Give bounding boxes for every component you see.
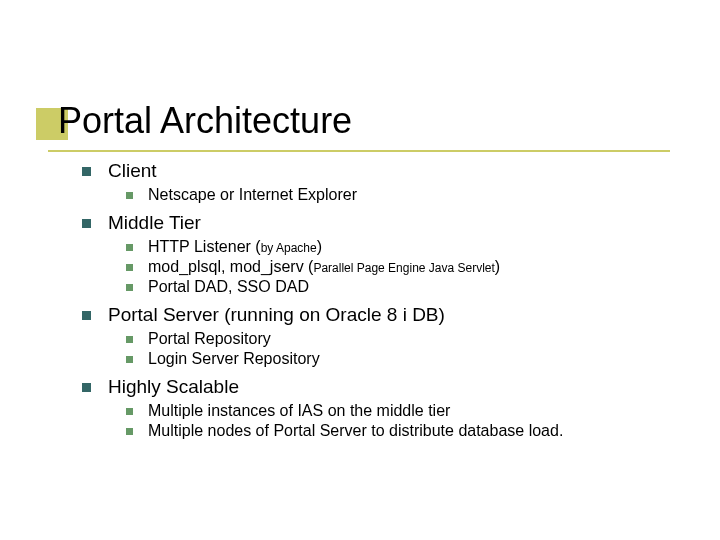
- text: ): [317, 238, 322, 255]
- subitem-portal-b: Login Server Repository: [126, 350, 670, 368]
- item-scalable-label: Highly Scalable: [108, 376, 239, 397]
- item-scalable: Highly Scalable Multiple instances of IA…: [82, 376, 670, 440]
- subitem-portal-a: Portal Repository: [126, 330, 670, 348]
- text: mod_plsql, mod_jserv (: [148, 258, 313, 275]
- text: ): [495, 258, 500, 275]
- item-portal-label: Portal Server (running on Oracle 8 i DB): [108, 304, 445, 325]
- text-small: by Apache: [261, 241, 317, 255]
- sublist-middle: HTTP Listener (by Apache) mod_plsql, mod…: [126, 238, 670, 296]
- subitem-middle-a: HTTP Listener (by Apache): [126, 238, 670, 256]
- item-client-label: Client: [108, 160, 157, 181]
- item-portal: Portal Server (running on Oracle 8 i DB)…: [82, 304, 670, 368]
- slide-title: Portal Architecture: [58, 100, 670, 142]
- sublist-portal: Portal Repository Login Server Repositor…: [126, 330, 670, 368]
- sublist-client: Netscape or Internet Explorer: [126, 186, 670, 204]
- item-middle: Middle Tier HTTP Listener (by Apache) mo…: [82, 212, 670, 296]
- text: HTTP Listener (: [148, 238, 261, 255]
- subitem-middle-c: Portal DAD, SSO DAD: [126, 278, 670, 296]
- subitem-middle-b: mod_plsql, mod_jserv (Parallel Page Engi…: [126, 258, 670, 276]
- subitem-client-a: Netscape or Internet Explorer: [126, 186, 670, 204]
- text-small: Parallel Page Engine Java Servlet: [313, 261, 494, 275]
- item-middle-label: Middle Tier: [108, 212, 201, 233]
- subitem-scalable-a: Multiple instances of IAS on the middle …: [126, 402, 670, 420]
- bullet-list: Client Netscape or Internet Explorer Mid…: [82, 160, 670, 440]
- item-client: Client Netscape or Internet Explorer: [82, 160, 670, 204]
- subitem-scalable-b: Multiple nodes of Portal Server to distr…: [126, 422, 670, 440]
- slide: Portal Architecture Client Netscape or I…: [0, 0, 720, 440]
- sublist-scalable: Multiple instances of IAS on the middle …: [126, 402, 670, 440]
